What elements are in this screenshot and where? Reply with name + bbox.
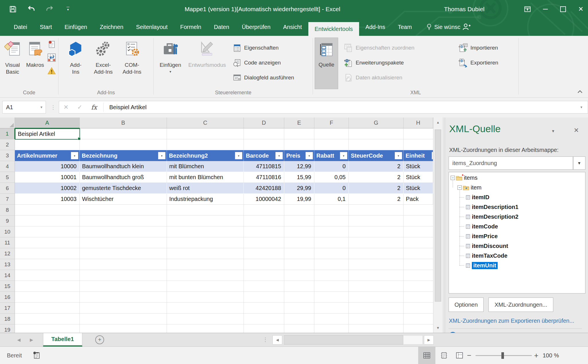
tab-ansicht[interactable]: Ansicht: [277, 18, 308, 36]
row-header[interactable]: 8: [0, 205, 15, 216]
row-header[interactable]: 18: [0, 314, 15, 324]
tree-item-itemtaxcode[interactable]: itemTaxCode: [449, 251, 585, 261]
daten-aktualisieren-button[interactable]: Daten aktualisieren: [341, 70, 455, 85]
table-cell[interactable]: mit bunten Blümchen: [167, 172, 244, 183]
table-header-preis[interactable]: Preis▾: [284, 150, 314, 161]
table-cell[interactable]: 47110815: [244, 161, 284, 172]
scroll-down-button[interactable]: ▼: [433, 323, 443, 333]
minimize-button[interactable]: [540, 4, 550, 14]
row-header[interactable]: 6: [0, 183, 15, 194]
scroll-up-button[interactable]: ▲: [433, 118, 443, 127]
table-cell[interactable]: 10000: [15, 161, 80, 172]
filter-button[interactable]: ▾: [275, 152, 283, 159]
table-header-artikelnummer[interactable]: Artikelnummer▾: [15, 150, 80, 161]
filter-button[interactable]: ▾: [305, 152, 313, 159]
table-cell[interactable]: 42420188: [244, 183, 284, 194]
tab-team[interactable]: Team: [392, 18, 418, 36]
sheet-nav-prev-button[interactable]: ◀: [17, 333, 21, 347]
scroll-right-button[interactable]: ▶: [424, 335, 434, 345]
enter-button[interactable]: ✓: [73, 104, 87, 111]
table-cell[interactable]: 10002: [15, 183, 80, 194]
table-cell[interactable]: 2: [349, 183, 404, 194]
table-cell[interactable]: Baumwollhandtuch groß: [80, 172, 167, 183]
zoom-slider-thumb[interactable]: [501, 352, 504, 359]
tree-expander[interactable]: −: [457, 185, 462, 190]
tab-daten[interactable]: Daten: [208, 18, 235, 36]
selected-cell-a1[interactable]: Beispiel Artikel: [15, 128, 80, 140]
vertical-scrollbar[interactable]: ▲ ▼: [433, 118, 443, 333]
tab-datei[interactable]: Datei: [7, 18, 34, 36]
map-dropdown-button[interactable]: ▼: [573, 156, 585, 170]
col-header-f[interactable]: F: [314, 118, 349, 128]
excel-add-ins-button[interactable]: Excel-Add-Ins: [89, 37, 118, 88]
row-header[interactable]: 3: [0, 150, 15, 161]
cells-area[interactable]: Beispiel Artikel Artikelnummer▾ Bezeichn…: [15, 128, 433, 333]
visual-basic-button[interactable]: VisualBasic: [0, 37, 25, 88]
importieren-button[interactable]: Importieren: [456, 40, 502, 55]
tree-item-itemcode[interactable]: itemCode: [449, 222, 585, 231]
row-header[interactable]: 15: [0, 281, 15, 292]
exportieren-button[interactable]: Exportieren: [456, 55, 502, 70]
optionen-button[interactable]: Optionen: [449, 298, 484, 312]
close-button[interactable]: ✕: [576, 4, 586, 14]
zoom-out-button[interactable]: −: [467, 347, 471, 364]
formula-bar-splitter[interactable]: ⋮: [50, 104, 56, 111]
customize-qat-button[interactable]: ▾: [64, 5, 72, 13]
tab-entwicklertools[interactable]: Entwicklertools: [308, 22, 359, 36]
row-header[interactable]: 11: [0, 237, 15, 248]
tab-formeln[interactable]: Formeln: [174, 18, 207, 36]
col-header-h[interactable]: H: [404, 118, 433, 128]
einfuegen-control-button[interactable]: Einfügen ▾: [156, 37, 185, 88]
row-header[interactable]: 5: [0, 172, 15, 183]
table-header-barcode[interactable]: Barcode▾: [244, 150, 284, 161]
table-cell[interactable]: gemusterte Tischdecke: [80, 183, 167, 194]
col-header-b[interactable]: B: [80, 118, 167, 128]
table-cell[interactable]: Stück: [404, 172, 433, 183]
row-header[interactable]: 14: [0, 270, 15, 281]
redo-button[interactable]: [45, 5, 54, 13]
row-header[interactable]: 16: [0, 292, 15, 303]
table-cell[interactable]: Baumwollhandtuch klein: [80, 161, 167, 172]
tab-add-ins[interactable]: Add-Ins: [359, 18, 392, 36]
table-cell[interactable]: 10001: [15, 172, 80, 183]
table-cell[interactable]: Pack: [404, 194, 433, 205]
tab-seitenlayout[interactable]: Seitenlayout: [130, 18, 174, 36]
tell-me-box[interactable]: Sie wünsc: [426, 18, 460, 36]
table-header-bezeichnung[interactable]: Bezeichnung▾: [80, 150, 167, 161]
col-header-d[interactable]: D: [244, 118, 284, 128]
table-cell[interactable]: 0: [314, 161, 349, 172]
col-header-e[interactable]: E: [284, 118, 314, 128]
select-all-button[interactable]: [0, 118, 15, 128]
table-cell[interactable]: 2: [349, 161, 404, 172]
row-header[interactable]: 4: [0, 161, 15, 172]
filter-button[interactable]: ▾: [235, 152, 242, 159]
tab-ueberpruefen[interactable]: Überprüfen: [235, 18, 277, 36]
row-header[interactable]: 2: [0, 139, 15, 150]
table-cell[interactable]: 47110816: [244, 172, 284, 183]
table-header-einheit[interactable]: Einheit▾: [404, 150, 433, 161]
cancel-button[interactable]: ✕: [59, 104, 73, 111]
col-header-a[interactable]: A: [15, 118, 80, 128]
maximize-button[interactable]: [558, 4, 568, 14]
dialogfeld-ausfuehren-button[interactable]: Dialogfeld ausführen: [229, 70, 298, 85]
sheet-tab-tabelle1[interactable]: Tabelle1: [43, 333, 82, 347]
row-header[interactable]: 1: [0, 128, 15, 139]
table-cell[interactable]: 0,05: [314, 172, 349, 183]
zoom-level[interactable]: 100 %: [543, 347, 559, 364]
tab-zeichnen[interactable]: Zeichnen: [94, 18, 130, 36]
add-ins-button[interactable]: Add-Ins: [63, 37, 89, 88]
table-cell[interactable]: Stück: [404, 183, 433, 194]
tree-item-itemdiscount[interactable]: itemDiscount: [449, 241, 585, 251]
table-cell[interactable]: 19,99: [284, 194, 314, 205]
insert-function-button[interactable]: fx: [87, 104, 102, 111]
relative-references-button[interactable]: [47, 53, 57, 62]
makros-button[interactable]: Makros: [25, 37, 45, 88]
table-cell[interactable]: 10003: [15, 194, 80, 205]
macro-record-button[interactable]: [32, 351, 41, 361]
entwurfsmodus-button[interactable]: Entwurfsmodus: [185, 37, 229, 88]
zoom-in-button[interactable]: +: [534, 347, 538, 364]
filter-button[interactable]: ▾: [340, 152, 347, 159]
ribbon-display-options-button[interactable]: [523, 4, 532, 14]
formula-bar-expand-button[interactable]: ▼: [575, 105, 588, 109]
vscroll-thumb[interactable]: [435, 130, 441, 302]
